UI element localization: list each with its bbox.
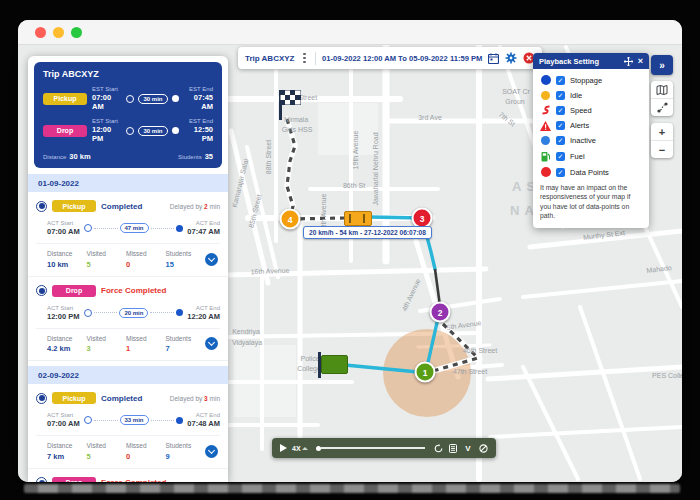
stop-card[interactable]: Drop Force Completed ACT Start12:00 PM 2…: [28, 277, 228, 362]
drop-badge: Drop: [52, 477, 96, 483]
duration-pill: 30 min: [138, 126, 167, 136]
window-zoom-button[interactable]: [71, 27, 82, 38]
window-minimize-button[interactable]: [53, 27, 64, 38]
move-panel-icon[interactable]: [624, 57, 633, 66]
street-label: 19th Avenue: [352, 131, 359, 170]
stats-row: Distance10 km Visited5 Missed0 Students1…: [36, 243, 220, 269]
alerts-checkbox[interactable]: [556, 121, 565, 130]
act-end-label: ACT End: [187, 220, 220, 226]
street-label: Jawaharlal Nehru Road: [372, 132, 379, 205]
stoppage-checkbox[interactable]: [556, 76, 565, 85]
est-start-label: EST Start: [92, 118, 121, 124]
distance-label: Distance: [43, 154, 66, 160]
street-label: SOAT Cr: [502, 88, 530, 95]
street-label: 86th St: [343, 182, 365, 189]
alert-triangle-icon: [540, 121, 551, 131]
date-range-field[interactable]: 01-09-2022 12:00 AM To 05-09-2022 11:59 …: [322, 54, 482, 63]
collapse-panel-button[interactable]: »: [651, 55, 673, 75]
street-label: 3rd Ave: [418, 114, 442, 121]
radio-selected-icon[interactable]: [36, 477, 47, 482]
app-content: 86th Street 88th Street 19th Avenue Jawa…: [18, 45, 682, 482]
est-drop-row: Drop EST Start 12:00 PM 30 min EST End 1…: [43, 118, 213, 143]
duration-timeline: 30 min: [126, 94, 178, 104]
calendar-icon[interactable]: [488, 53, 499, 64]
play-button[interactable]: [280, 444, 287, 452]
expand-chevron-button[interactable]: [205, 337, 218, 350]
duration-timeline: 33 min: [84, 415, 184, 425]
playback-setting-title: Playback Setting: [539, 57, 599, 66]
stop-card[interactable]: Pickup Completed Delayed by 3 min ACT St…: [28, 384, 228, 469]
route-tool-button[interactable]: [651, 98, 673, 116]
trip-sidebar[interactable]: Trip ABCXYZ Pickup EST Start 07:00 AM 30…: [28, 56, 228, 482]
radio-selected-icon[interactable]: [36, 285, 47, 296]
street-label: 47th Street: [453, 368, 487, 375]
stop-marker-1[interactable]: 1: [415, 362, 436, 383]
act-end-time: 07:48 AM: [187, 419, 220, 428]
settings-gear-icon[interactable]: [505, 52, 517, 64]
report-icon[interactable]: [448, 444, 458, 453]
pickup-badge: Pickup: [43, 93, 87, 105]
idle-checkbox[interactable]: [556, 91, 565, 100]
setting-item-datapoints: Data Points: [540, 167, 642, 177]
distance-value: 30 km: [69, 152, 90, 161]
window-titlebar: [18, 20, 682, 45]
fuel-checkbox[interactable]: [556, 152, 565, 161]
destination-flag-icon[interactable]: [321, 355, 348, 374]
stop-card[interactable]: Pickup Completed Delayed by 2 min ACT St…: [28, 192, 228, 277]
playback-setting-header[interactable]: Playback Setting ×: [533, 53, 649, 69]
radio-selected-icon[interactable]: [36, 201, 47, 212]
status-text: Completed: [101, 394, 142, 403]
speed-selector[interactable]: 4X: [292, 445, 308, 452]
est-start-label: EST Start: [92, 86, 121, 92]
date-header: 02-09-2022: [28, 366, 228, 384]
expand-chevron-button[interactable]: [205, 253, 218, 266]
hide-path-icon[interactable]: [478, 444, 488, 453]
close-panel-icon[interactable]: ×: [638, 57, 643, 66]
duration-timeline: 20 min: [84, 308, 184, 318]
bus-icon[interactable]: [344, 211, 372, 226]
duration-pill: 20 min: [119, 308, 148, 318]
replay-icon[interactable]: [433, 444, 443, 453]
trip-selector[interactable]: Trip ABCXYZ: [245, 54, 294, 63]
kebab-menu-icon[interactable]: [303, 57, 306, 60]
zoom-out-button[interactable]: −: [651, 140, 673, 158]
date-header: 01-09-2022: [28, 174, 228, 192]
street-label: 46th Street: [463, 347, 497, 354]
stop-marker-4[interactable]: 4: [280, 209, 301, 230]
expand-chevron-button[interactable]: [205, 445, 218, 458]
drop-badge: Drop: [43, 125, 87, 137]
setting-item-idle: Idle: [540, 91, 642, 100]
zoom-in-button[interactable]: +: [651, 123, 673, 140]
duration-timeline: 30 min: [126, 126, 178, 136]
setting-item-speed: Speed: [540, 105, 642, 115]
playback-setting-panel: Playback Setting × Stoppage Idle: [533, 53, 649, 228]
map-layers-button[interactable]: [651, 81, 673, 98]
toolbar-divider: [315, 52, 316, 65]
radio-selected-icon[interactable]: [36, 393, 47, 404]
status-text: Completed: [101, 202, 142, 211]
setting-item-stoppage: Stoppage: [540, 75, 642, 85]
datapoint-dot-icon: [540, 167, 551, 177]
window-close-button[interactable]: [35, 27, 46, 38]
inactive-checkbox[interactable]: [556, 136, 565, 145]
trip-summary-card: Trip ABCXYZ Pickup EST Start 07:00 AM 30…: [34, 62, 222, 168]
datapoints-checkbox[interactable]: [556, 168, 565, 177]
playback-progress-slider[interactable]: [316, 446, 425, 451]
speed-checkbox[interactable]: [556, 106, 565, 115]
students-label: Students: [178, 154, 202, 160]
top-toolbar: Trip ABCXYZ 01-09-2022 12:00 AM To 05-09…: [238, 47, 542, 69]
est-end-time: 07:45 AM: [184, 93, 213, 111]
street-label: Groun: [505, 98, 524, 105]
status-text: Force Completed: [101, 286, 166, 295]
est-start-time: 12:00 PM: [92, 125, 121, 143]
inactive-dot-icon: [540, 136, 551, 145]
act-end-time: 12:20 AM: [187, 312, 220, 321]
est-start-time: 07:00 AM: [92, 93, 121, 111]
checkered-flag-icon[interactable]: [280, 90, 301, 105]
slider-track: [321, 447, 425, 449]
duration-pill: 30 min: [138, 94, 167, 104]
drop-badge: Drop: [52, 285, 96, 297]
stop-card[interactable]: Drop Force Completed ACT Start07:00 AM 4…: [28, 469, 228, 483]
v-mode-icon[interactable]: V: [463, 444, 473, 453]
stop-marker-2[interactable]: 2: [430, 302, 451, 323]
